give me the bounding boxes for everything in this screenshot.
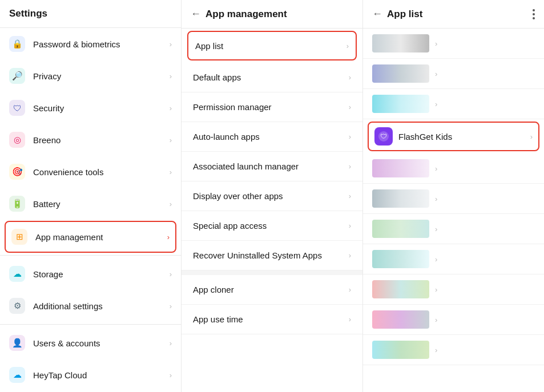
app5-thumbnail: [372, 159, 429, 177]
breeno-icon: ◎: [9, 132, 25, 148]
sidebar-item-additional[interactable]: ⚙Additional settings›: [0, 290, 181, 322]
mid-chevron-specialaccess: ›: [349, 221, 351, 230]
privacy-chevron: ›: [170, 72, 172, 80]
mid-item-recoveruninstalled[interactable]: Recover Uninstalled System Apps›: [182, 241, 362, 270]
mid-chevron-applist: ›: [346, 42, 349, 50]
privacy-icon: 🔎: [9, 68, 25, 84]
app-row-app6[interactable]: ›: [363, 184, 544, 214]
settings-sidebar: Settings 🔒Password & biometrics›🔎Privacy…: [0, 0, 182, 392]
mid-chevron-associatedlaunch: ›: [349, 162, 351, 171]
mid-label-specialaccess: Special app access: [193, 221, 349, 231]
convenience-chevron: ›: [170, 168, 172, 176]
mid-item-applist[interactable]: App list›: [187, 31, 357, 60]
app-management-back-icon[interactable]: ←: [191, 8, 201, 20]
mid-label-defaultapps: Default apps: [193, 72, 349, 82]
app-row-app11[interactable]: ›: [363, 335, 544, 365]
mid-chevron-permissionmanager: ›: [349, 103, 351, 111]
app11-chevron: ›: [435, 346, 437, 354]
users-icon: 👤: [9, 335, 25, 351]
flashgetkids-label: FlashGet Kids: [398, 132, 530, 142]
app-list-back-icon[interactable]: ←: [372, 8, 382, 20]
sidebar-item-security[interactable]: 🛡Security›: [0, 92, 181, 124]
app-row-app3[interactable]: ›: [363, 89, 544, 119]
mid-section-divider: [182, 270, 362, 275]
app-list-panel: ← App list ››› 🛡 FlashGet Kids››››››››: [363, 0, 544, 392]
sidebar-item-privacy[interactable]: 🔎Privacy›: [0, 60, 181, 92]
divider: [0, 255, 181, 256]
mid-chevron-appusetime: ›: [349, 315, 351, 324]
mid-chevron-appcloner: ›: [349, 285, 351, 294]
app-row-app1[interactable]: ›: [363, 29, 544, 59]
mid-chevron-recoveruninstalled: ›: [349, 251, 351, 260]
mid-label-associatedlaunch: Associated launch manager: [193, 161, 349, 171]
mid-item-permissionmanager[interactable]: Permission manager›: [182, 92, 362, 122]
app-list-more-button[interactable]: [533, 9, 535, 19]
divider: [0, 324, 181, 325]
battery-label: Battery: [33, 199, 170, 209]
sidebar-item-users[interactable]: 👤Users & accounts›: [0, 327, 181, 359]
mid-item-specialaccess[interactable]: Special app access›: [182, 211, 362, 241]
security-chevron: ›: [170, 104, 172, 112]
battery-icon: 🔋: [9, 196, 25, 212]
app10-chevron: ›: [435, 316, 437, 324]
mid-chevron-defaultapps: ›: [349, 73, 351, 82]
users-chevron: ›: [170, 339, 172, 347]
app-row-app7[interactable]: ›: [363, 214, 544, 244]
mid-label-recoveruninstalled: Recover Uninstalled System Apps: [193, 250, 349, 260]
mid-chevron-displayover: ›: [349, 192, 351, 200]
app5-chevron: ›: [435, 164, 437, 173]
battery-chevron: ›: [170, 200, 172, 208]
sidebar-item-appmanagement[interactable]: ⊞App management›: [5, 221, 176, 253]
app-management-panel: ← App management App list›Default apps›P…: [182, 0, 363, 392]
mid-item-associatedlaunch[interactable]: Associated launch manager›: [182, 152, 362, 181]
mid-label-permissionmanager: Permission manager: [193, 102, 349, 112]
mid-label-displayover: Display over other apps: [193, 191, 349, 201]
appmanagement-chevron: ›: [167, 233, 170, 241]
sidebar-item-breeno[interactable]: ◎Breeno›: [0, 124, 181, 156]
mid-item-appusetime[interactable]: App use time›: [182, 305, 362, 334]
additional-icon: ⚙: [9, 298, 25, 314]
sidebar-item-password[interactable]: 🔒Password & biometrics›: [0, 28, 181, 60]
app-management-header: ← App management: [182, 0, 362, 29]
app10-thumbnail: [372, 310, 429, 329]
mid-label-autolaunch: Auto-launch apps: [193, 132, 349, 142]
convenience-label: Convenience tools: [33, 167, 170, 177]
settings-header: Settings: [0, 0, 181, 28]
app7-chevron: ›: [435, 225, 437, 233]
sidebar-item-storage[interactable]: ☁Storage›: [0, 258, 181, 290]
app-row-app2[interactable]: ›: [363, 59, 544, 89]
mid-item-displayover[interactable]: Display over other apps›: [182, 181, 362, 211]
app-row-app8[interactable]: ›: [363, 244, 544, 274]
mid-item-appcloner[interactable]: App cloner›: [182, 275, 362, 305]
storage-chevron: ›: [170, 270, 172, 278]
flashgetkids-icon: 🛡: [374, 127, 393, 146]
app7-thumbnail: [372, 220, 429, 238]
sidebar-item-convenience[interactable]: 🎯Convenience tools›: [0, 156, 181, 188]
app6-thumbnail: [372, 189, 429, 208]
app-row-app9[interactable]: ›: [363, 274, 544, 305]
svg-text:🛡: 🛡: [380, 132, 387, 140]
app-row-flashgetkids[interactable]: 🛡 FlashGet Kids›: [368, 122, 539, 151]
security-label: Security: [33, 103, 170, 113]
app3-chevron: ›: [435, 100, 437, 108]
heytap-label: HeyTap Cloud: [33, 370, 170, 380]
app9-chevron: ›: [435, 285, 437, 294]
flashgetkids-chevron: ›: [530, 132, 533, 141]
app-row-app10[interactable]: ›: [363, 305, 544, 335]
sidebar-item-battery[interactable]: 🔋Battery›: [0, 188, 181, 220]
password-label: Password & biometrics: [33, 39, 170, 49]
privacy-label: Privacy: [33, 71, 170, 81]
app8-thumbnail: [372, 250, 429, 268]
storage-icon: ☁: [9, 266, 25, 282]
app1-chevron: ›: [435, 39, 437, 48]
sidebar-item-heytap[interactable]: ☁HeyTap Cloud›: [0, 359, 181, 391]
mid-chevron-autolaunch: ›: [349, 132, 351, 141]
app-row-app5[interactable]: ›: [363, 153, 544, 184]
mid-label-appusetime: App use time: [193, 314, 349, 324]
breeno-chevron: ›: [170, 136, 172, 144]
mid-item-autolaunch[interactable]: Auto-launch apps›: [182, 122, 362, 152]
password-icon: 🔒: [9, 36, 25, 52]
app9-thumbnail: [372, 280, 429, 298]
app2-thumbnail: [372, 64, 429, 83]
mid-item-defaultapps[interactable]: Default apps›: [182, 63, 362, 92]
